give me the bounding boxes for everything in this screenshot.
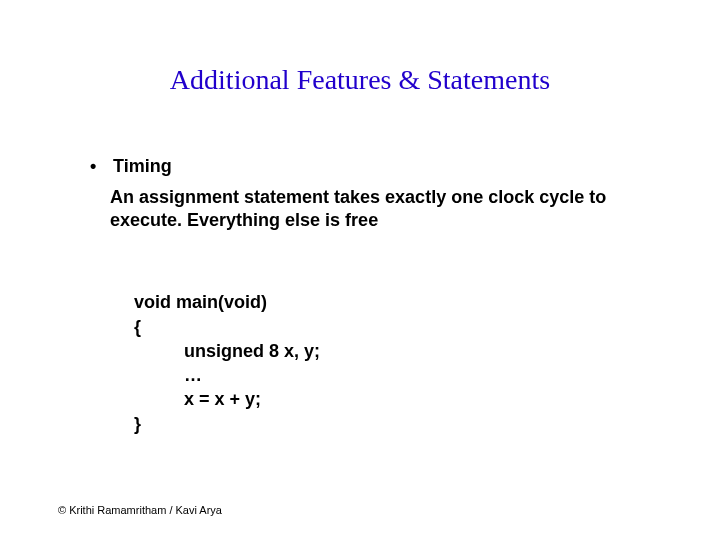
code-line: … [134, 365, 202, 385]
timing-description: An assignment statement takes exactly on… [110, 186, 630, 231]
code-line: unsigned 8 x, y; [134, 341, 320, 361]
bullet-label: Timing [113, 156, 172, 176]
code-line: x = x + y; [134, 389, 261, 409]
footer-credit: © Krithi Ramamritham / Kavi Arya [58, 504, 222, 516]
code-line: void main(void) [134, 292, 267, 312]
slide-title: Additional Features & Statements [0, 64, 720, 96]
bullet-timing: • Timing [90, 156, 172, 177]
code-line: } [134, 414, 141, 434]
code-line: { [134, 317, 141, 337]
code-block: void main(void) { unsigned 8 x, y; … x =… [134, 266, 320, 436]
slide: Additional Features & Statements • Timin… [0, 0, 720, 540]
bullet-marker: • [90, 156, 108, 177]
